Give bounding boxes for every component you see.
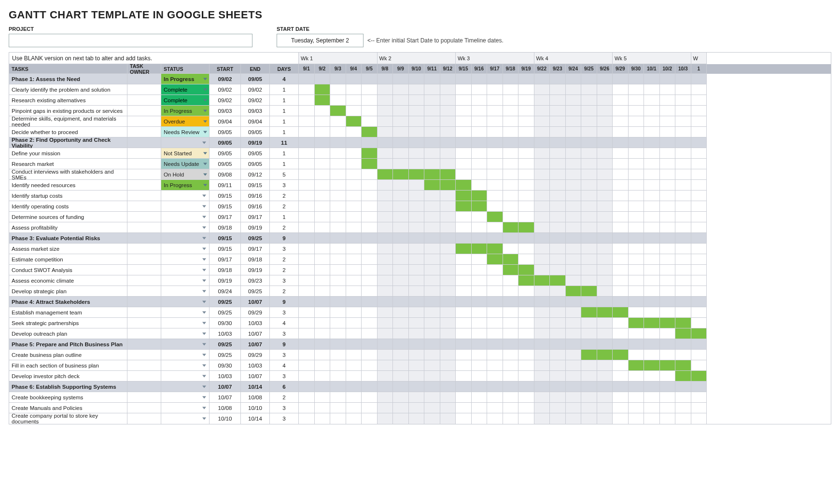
end-cell[interactable]: 09/17 — [241, 244, 270, 254]
task-cell[interactable]: Assess market size — [9, 244, 127, 254]
status-cell[interactable] — [161, 392, 210, 403]
status-cell[interactable] — [161, 318, 210, 328]
days-cell[interactable]: 2 — [270, 265, 299, 275]
status-cell[interactable] — [161, 403, 210, 413]
chevron-down-icon[interactable] — [202, 141, 206, 144]
owner-cell[interactable] — [127, 318, 161, 328]
chevron-down-icon[interactable] — [202, 258, 206, 260]
chevron-down-icon[interactable] — [202, 396, 206, 398]
end-cell[interactable]: 09/05 — [241, 148, 270, 159]
status-cell[interactable] — [161, 371, 210, 381]
days-cell[interactable]: 6 — [270, 381, 299, 392]
owner-cell[interactable] — [127, 350, 161, 360]
owner-cell[interactable] — [127, 212, 161, 222]
end-cell[interactable]: 09/19 — [241, 222, 270, 233]
owner-cell[interactable] — [127, 286, 161, 297]
status-dropdown[interactable]: In Progress — [161, 106, 209, 116]
owner-cell[interactable] — [127, 159, 161, 169]
start-cell[interactable]: 09/17 — [210, 254, 241, 265]
days-cell[interactable]: 5 — [270, 169, 299, 180]
start-date-input[interactable]: Tuesday, September 2 — [277, 34, 364, 47]
status-dropdown[interactable]: In Progress — [161, 180, 209, 190]
end-cell[interactable]: 09/16 — [241, 191, 270, 201]
task-cell[interactable]: Create Manuals and Policies — [9, 403, 127, 413]
owner-cell[interactable] — [127, 403, 161, 413]
task-cell[interactable]: Develop strategic plan — [9, 286, 127, 297]
status-dropdown[interactable]: Complete — [161, 95, 209, 105]
task-cell[interactable]: Identify startup costs — [9, 191, 127, 201]
task-cell[interactable]: Phase 6: Establish Supporting Systems — [9, 381, 127, 392]
owner-cell[interactable] — [127, 74, 161, 84]
start-cell[interactable]: 09/03 — [210, 106, 241, 116]
start-cell[interactable]: 10/03 — [210, 371, 241, 381]
task-cell[interactable]: Create bookkeeping systems — [9, 392, 127, 403]
start-cell[interactable]: 09/17 — [210, 212, 241, 222]
days-cell[interactable]: 3 — [270, 275, 299, 286]
status-dropdown[interactable]: On Hold — [161, 169, 209, 179]
owner-cell[interactable] — [127, 222, 161, 233]
end-cell[interactable]: 10/14 — [241, 413, 270, 424]
task-cell[interactable]: Identify operating costs — [9, 201, 127, 212]
end-cell[interactable]: 09/29 — [241, 307, 270, 318]
task-cell[interactable]: Phase 3: Evaluate Potential Risks — [9, 233, 127, 244]
status-cell[interactable] — [161, 265, 210, 275]
end-cell[interactable]: 09/17 — [241, 212, 270, 222]
start-cell[interactable]: 09/02 — [210, 95, 241, 106]
task-cell[interactable]: Phase 2: Find Opportunity and Check Viab… — [9, 137, 127, 148]
task-cell[interactable]: Estimate competition — [9, 254, 127, 265]
days-cell[interactable]: 2 — [270, 201, 299, 212]
chevron-down-icon[interactable] — [202, 216, 206, 218]
start-cell[interactable]: 09/15 — [210, 201, 241, 212]
days-cell[interactable]: 3 — [270, 180, 299, 191]
days-cell[interactable]: 2 — [270, 222, 299, 233]
task-cell[interactable]: Create business plan outline — [9, 350, 127, 360]
task-cell[interactable]: Identify needed resources — [9, 180, 127, 191]
status-cell[interactable]: Not Started — [161, 148, 210, 159]
start-cell[interactable]: 09/02 — [210, 74, 241, 84]
end-cell[interactable]: 09/05 — [241, 74, 270, 84]
status-cell[interactable]: Complete — [161, 84, 210, 95]
days-cell[interactable]: 4 — [270, 360, 299, 371]
status-dropdown[interactable]: Needs Review — [161, 127, 209, 137]
owner-cell[interactable] — [127, 201, 161, 212]
days-cell[interactable]: 3 — [270, 371, 299, 381]
end-cell[interactable]: 09/05 — [241, 159, 270, 169]
owner-cell[interactable] — [127, 180, 161, 191]
task-cell[interactable]: Develop investor pitch deck — [9, 371, 127, 381]
start-cell[interactable]: 09/05 — [210, 159, 241, 169]
status-cell[interactable]: In Progress — [161, 180, 210, 191]
task-cell[interactable]: Decide whether to proceed — [9, 127, 127, 137]
owner-cell[interactable] — [127, 328, 161, 339]
status-cell[interactable] — [161, 328, 210, 339]
days-cell[interactable]: 1 — [270, 84, 299, 95]
start-cell[interactable]: 09/18 — [210, 222, 241, 233]
days-cell[interactable]: 3 — [270, 413, 299, 424]
chevron-down-icon[interactable] — [202, 205, 206, 207]
days-cell[interactable]: 2 — [270, 191, 299, 201]
days-cell[interactable]: 3 — [270, 350, 299, 360]
days-cell[interactable]: 3 — [270, 328, 299, 339]
status-cell[interactable] — [161, 254, 210, 265]
end-cell[interactable]: 10/07 — [241, 339, 270, 350]
chevron-down-icon[interactable] — [202, 269, 206, 271]
start-cell[interactable]: 09/15 — [210, 191, 241, 201]
owner-cell[interactable] — [127, 95, 161, 106]
start-cell[interactable]: 10/07 — [210, 381, 241, 392]
task-cell[interactable]: Research existing alternatives — [9, 95, 127, 106]
end-cell[interactable]: 10/07 — [241, 328, 270, 339]
status-cell[interactable] — [161, 413, 210, 424]
start-cell[interactable]: 09/08 — [210, 169, 241, 180]
owner-cell[interactable] — [127, 233, 161, 244]
status-cell[interactable] — [161, 137, 210, 148]
start-cell[interactable]: 09/02 — [210, 84, 241, 95]
chevron-down-icon[interactable] — [202, 322, 206, 324]
task-cell[interactable]: Conduct interviews with stakeholders and… — [9, 169, 127, 180]
end-cell[interactable]: 09/02 — [241, 84, 270, 95]
chevron-down-icon[interactable] — [202, 300, 206, 303]
owner-cell[interactable] — [127, 381, 161, 392]
end-cell[interactable]: 09/02 — [241, 95, 270, 106]
owner-cell[interactable] — [127, 392, 161, 403]
start-cell[interactable]: 09/05 — [210, 137, 241, 148]
project-input[interactable] — [9, 34, 252, 47]
task-cell[interactable]: Determine sources of funding — [9, 212, 127, 222]
